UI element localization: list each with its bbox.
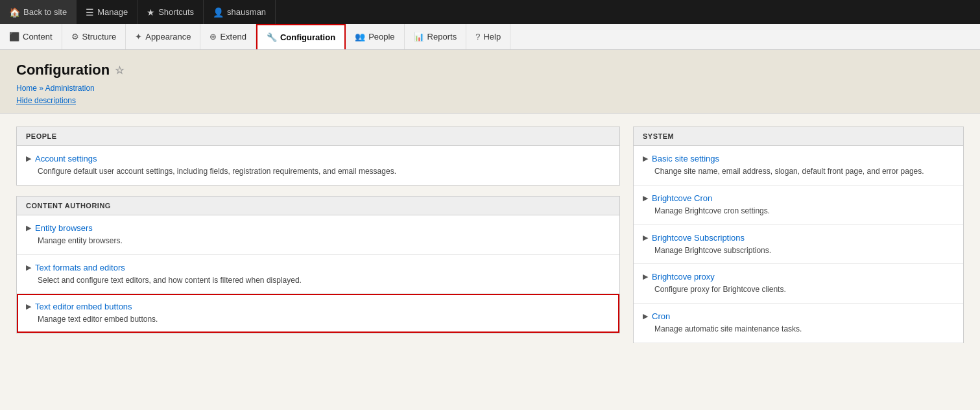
page-title: Configuration ☆: [16, 62, 964, 78]
system-section-header: SYSTEM: [634, 127, 963, 146]
arrow-icon: ▶: [26, 302, 31, 311]
favorite-star-icon[interactable]: ☆: [115, 64, 124, 77]
arrow-icon: ▶: [26, 263, 31, 272]
brightcove-cron-desc: Manage Brightcove cron settings.: [654, 206, 954, 217]
cron-item: ▶ Cron Manage automatic site maintenance…: [634, 304, 963, 343]
nav-configuration[interactable]: 🔧 Configuration: [256, 24, 346, 49]
entity-browsers-link[interactable]: Entity browsers: [35, 223, 93, 233]
extend-icon: ⊕: [209, 32, 217, 42]
back-to-site[interactable]: 🏠 Back to site: [0, 0, 77, 24]
arrow-icon: ▶: [643, 272, 648, 281]
brightcove-subscriptions-desc: Manage Brightcove subscriptions.: [654, 245, 954, 256]
cron-title: ▶ Cron: [643, 311, 954, 321]
configuration-icon: 🔧: [267, 32, 277, 42]
brightcove-cron-title: ▶ Brightcove Cron: [643, 193, 954, 203]
brightcove-proxy-item: ▶ Brightcove proxy Configure proxy for B…: [634, 264, 963, 304]
breadcrumb-separator: »: [39, 84, 43, 93]
text-editor-embed-title: ▶ Text editor embed buttons: [26, 302, 610, 311]
right-column: SYSTEM ▶ Basic site settings Change site…: [633, 127, 964, 410]
brightcove-cron-item: ▶ Brightcove Cron Manage Brightcove cron…: [634, 186, 963, 225]
people-section: PEOPLE ▶ Account settings Configure defa…: [16, 127, 620, 186]
hide-descriptions-link[interactable]: Hide descriptions: [16, 96, 76, 105]
content-authoring-header: CONTENT AUTHORING: [17, 197, 619, 215]
content-icon: ⬛: [9, 32, 19, 42]
brightcove-proxy-title: ▶ Brightcove proxy: [643, 272, 954, 282]
basic-site-settings-link[interactable]: Basic site settings: [652, 154, 719, 163]
entity-browsers-desc: Manage entity browsers.: [38, 235, 610, 247]
breadcrumb-home[interactable]: Home: [16, 84, 37, 93]
basic-site-settings-desc: Change site name, email address, slogan,…: [654, 166, 954, 177]
appearance-icon: ✦: [135, 32, 142, 42]
people-icon: 👥: [355, 32, 365, 42]
text-formats-desc: Select and configure text editors, and h…: [38, 275, 610, 286]
text-formats-link[interactable]: Text formats and editors: [35, 263, 125, 272]
nav-content[interactable]: ⬛ Content: [0, 24, 62, 49]
basic-site-settings-item: ▶ Basic site settings Change site name, …: [634, 146, 963, 186]
arrow-icon: ▶: [26, 224, 31, 232]
help-icon: ?: [475, 32, 480, 42]
arrow-icon: ▶: [26, 154, 31, 163]
text-editor-embed-link[interactable]: Text editor embed buttons: [35, 302, 132, 311]
account-settings-link[interactable]: Account settings: [35, 154, 97, 163]
account-settings-item: ▶ Account settings Configure default use…: [17, 146, 619, 185]
brightcove-subscriptions-item: ▶ Brightcove Subscriptions Manage Bright…: [634, 225, 963, 265]
brightcove-cron-link[interactable]: Brightcove Cron: [652, 193, 712, 203]
cron-desc: Manage automatic site maintenance tasks.: [654, 324, 954, 335]
user-icon: 👤: [213, 7, 224, 18]
text-formats-item: ▶ Text formats and editors Select and co…: [17, 255, 619, 295]
breadcrumb-admin[interactable]: Administration: [45, 84, 95, 93]
content-area: PEOPLE ▶ Account settings Configure defa…: [0, 114, 980, 410]
admin-bar: 🏠 Back to site ☰ Manage ★ Shortcuts 👤 sh…: [0, 0, 980, 24]
account-settings-title: ▶ Account settings: [26, 154, 610, 163]
arrow-icon: ▶: [643, 194, 648, 202]
left-column: PEOPLE ▶ Account settings Configure defa…: [16, 127, 620, 410]
home-icon: 🏠: [9, 7, 20, 18]
brightcove-subscriptions-title: ▶ Brightcove Subscriptions: [643, 233, 954, 243]
manage-icon: ☰: [86, 7, 94, 18]
brightcove-proxy-link[interactable]: Brightcove proxy: [652, 272, 715, 282]
breadcrumb: Home » Administration: [16, 84, 964, 93]
people-section-header: PEOPLE: [17, 127, 619, 146]
structure-icon: ⚙: [71, 32, 79, 42]
entity-browsers-title: ▶ Entity browsers: [26, 223, 610, 233]
nav-appearance[interactable]: ✦ Appearance: [126, 24, 200, 49]
cron-link[interactable]: Cron: [652, 311, 670, 321]
nav-extend[interactable]: ⊕ Extend: [200, 24, 256, 49]
shortcuts-menu[interactable]: ★ Shortcuts: [137, 0, 204, 24]
page-header: Configuration ☆ Home » Administration Hi…: [0, 50, 980, 114]
text-editor-embed-item: ▶ Text editor embed buttons Manage text …: [17, 294, 619, 333]
text-formats-title: ▶ Text formats and editors: [26, 263, 610, 272]
user-menu[interactable]: 👤 shausman: [204, 0, 276, 24]
nav-structure[interactable]: ⚙ Structure: [62, 24, 126, 49]
content-authoring-section: CONTENT AUTHORING ▶ Entity browsers Mana…: [16, 196, 620, 333]
manage-menu[interactable]: ☰ Manage: [77, 0, 137, 24]
nav-people[interactable]: 👥 People: [346, 24, 404, 49]
star-icon: ★: [147, 7, 155, 18]
system-section: SYSTEM ▶ Basic site settings Change site…: [633, 127, 964, 343]
brightcove-proxy-desc: Configure proxy for Brightcove clients.: [654, 284, 954, 295]
text-editor-embed-desc: Manage text editor embed buttons.: [38, 314, 610, 325]
arrow-icon: ▶: [643, 312, 648, 320]
nav-help[interactable]: ? Help: [466, 24, 510, 49]
arrow-icon: ▶: [643, 154, 648, 163]
main-nav: ⬛ Content ⚙ Structure ✦ Appearance ⊕ Ext…: [0, 24, 980, 50]
entity-browsers-item: ▶ Entity browsers Manage entity browsers…: [17, 215, 619, 255]
arrow-icon: ▶: [643, 234, 648, 242]
basic-site-settings-title: ▶ Basic site settings: [643, 154, 954, 163]
reports-icon: 📊: [414, 32, 424, 42]
brightcove-subscriptions-link[interactable]: Brightcove Subscriptions: [652, 233, 745, 243]
nav-reports[interactable]: 📊 Reports: [405, 24, 467, 49]
account-settings-desc: Configure default user account settings,…: [38, 166, 610, 177]
